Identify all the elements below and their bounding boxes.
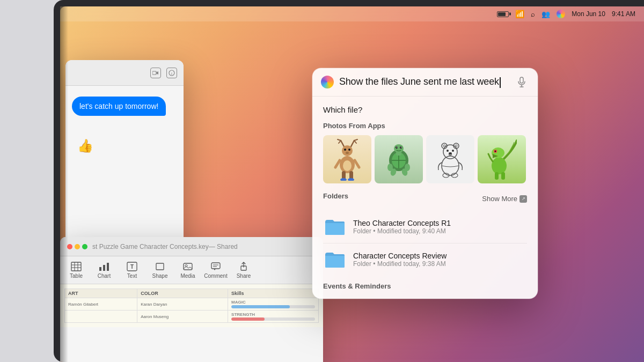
- photos-section: Photos From Apps: [323, 122, 527, 183]
- spotlight-input[interactable]: Show the files June sent me last week: [339, 76, 509, 87]
- svg-rect-74: [501, 172, 505, 180]
- keynote-tool-media[interactable]: Media: [174, 257, 202, 283]
- keynote-table: ART COLOR Skills Ramón Gilabert Karan Da…: [64, 289, 319, 323]
- photos-section-label: Photos From Apps: [323, 122, 527, 130]
- svg-rect-11: [99, 267, 101, 271]
- keynote-tool-comment[interactable]: Comment: [202, 257, 230, 283]
- battery-icon: [497, 11, 509, 17]
- spotlight-search-bar[interactable]: Show the files June sent me last week: [312, 68, 538, 97]
- svg-point-69: [492, 157, 507, 174]
- svg-point-5: [82, 244, 87, 249]
- svg-point-63: [455, 145, 457, 147]
- events-section-label: Events & Reminders: [323, 282, 527, 290]
- spotlight-results: Which file? Photos From Apps: [312, 97, 538, 299]
- thumbs-up-reaction: 👍: [77, 138, 177, 153]
- keynote-tool-share[interactable]: Share: [230, 257, 258, 283]
- folder-info-2: Character Concepts Review Folder • Modif…: [353, 252, 527, 268]
- svg-point-65: [452, 150, 454, 152]
- table-cell-magic: MAGIC: [228, 298, 319, 311]
- folder-meta-2: Folder • Modified today, 9:38 AM: [353, 260, 527, 268]
- messages-toolbar: i: [65, 60, 184, 86]
- svg-point-37: [343, 160, 352, 171]
- keynote-tool-chart[interactable]: Chart: [90, 257, 118, 283]
- folder-icon-2: [323, 248, 347, 271]
- photo-thumb-deer[interactable]: [323, 135, 371, 183]
- microphone-icon[interactable]: [514, 75, 529, 90]
- keynote-tool-text[interactable]: T Text: [118, 257, 146, 283]
- photo-thumb-bear[interactable]: [426, 135, 474, 183]
- svg-rect-13: [107, 263, 109, 271]
- svg-line-28: [338, 139, 341, 141]
- svg-point-42: [340, 178, 347, 181]
- keynote-titlebar: st Puzzle Game Character Concepts.key— S…: [60, 237, 323, 256]
- svg-point-3: [67, 244, 72, 249]
- menu-bar-time: 9:41 AM: [612, 10, 635, 18]
- search-icon[interactable]: ⌕: [531, 10, 535, 18]
- folder-svg-1: [324, 218, 346, 236]
- keynote-toolbar: Table Chart T Text Shape Media: [60, 256, 323, 284]
- folder-item-1[interactable]: Theo Character Concepts R1 Folder • Modi…: [323, 211, 527, 243]
- share-icon: [239, 262, 248, 271]
- svg-line-38: [335, 160, 340, 167]
- folders-header: Folders Show More ↗: [323, 192, 527, 205]
- show-more-link[interactable]: Show More ↗: [482, 195, 527, 203]
- table-cell-color2: Aaron Museng: [137, 311, 228, 323]
- shape-icon: [155, 262, 165, 271]
- folders-section: Folders Show More ↗: [323, 192, 527, 276]
- keynote-window: st Puzzle Game Character Concepts.key— S…: [60, 237, 323, 362]
- svg-rect-19: [211, 263, 220, 269]
- video-icon[interactable]: [150, 68, 161, 78]
- keynote-tool-table[interactable]: Table: [62, 257, 90, 283]
- svg-rect-12: [103, 265, 105, 271]
- photo-thumb-turtle[interactable]: [375, 135, 423, 183]
- svg-point-72: [494, 151, 496, 152]
- macbook-frame: 📶 ⌕ 👥 Mon Jun 10 9:41 AM i let's catch u…: [54, 0, 644, 362]
- svg-point-34: [348, 149, 350, 151]
- show-more-text: Show More: [482, 195, 517, 203]
- table-cell-strength: STRENGTH: [228, 311, 319, 323]
- folder-icon-1: [323, 215, 347, 239]
- spotlight-panel: Show the files June sent me last week Wh…: [312, 68, 538, 299]
- svg-point-35: [346, 152, 349, 154]
- svg-rect-73: [495, 172, 499, 180]
- user-switch-icon[interactable]: 👥: [541, 10, 550, 18]
- siri-menu-icon[interactable]: [557, 10, 565, 18]
- spotlight-query-text: Show the files June sent me last week: [339, 76, 499, 87]
- svg-text:T: T: [130, 264, 134, 270]
- svg-point-64: [447, 150, 449, 152]
- table-cell-artist2: [65, 311, 137, 323]
- svg-point-52: [400, 147, 401, 148]
- which-file-label: Which file?: [323, 105, 527, 114]
- media-icon: [182, 262, 193, 271]
- keynote-title: st Puzzle Game Character Concepts.key— S…: [92, 243, 317, 250]
- keynote-content: ART COLOR Skills Ramón Gilabert Karan Da…: [60, 284, 323, 327]
- keynote-tool-shape[interactable]: Shape: [146, 257, 174, 283]
- svg-line-31: [354, 139, 357, 141]
- svg-point-4: [75, 244, 80, 249]
- text-tool-icon: T: [127, 262, 137, 271]
- svg-point-59: [443, 145, 457, 159]
- screen: 📶 ⌕ 👥 Mon Jun 10 9:41 AM i let's catch u…: [60, 6, 644, 362]
- svg-text:i: i: [171, 71, 172, 76]
- folder-info-1: Theo Character Concepts R1 Folder • Modi…: [353, 219, 527, 235]
- svg-rect-0: [152, 71, 156, 75]
- folders-section-label: Folders: [323, 192, 348, 200]
- info-icon[interactable]: i: [166, 68, 177, 78]
- svg-point-51: [396, 147, 397, 148]
- siri-icon: [321, 76, 334, 88]
- svg-point-62: [443, 145, 445, 147]
- chart-icon: [99, 262, 109, 271]
- photo-thumb-lizard[interactable]: [478, 135, 526, 183]
- svg-line-39: [355, 160, 359, 167]
- lizard-character-svg: [487, 138, 517, 181]
- svg-rect-17: [184, 263, 192, 270]
- svg-point-43: [348, 178, 354, 181]
- table-cell-color1: Karan Daryan: [137, 298, 228, 311]
- menu-bar-date: Mon Jun 10: [572, 10, 605, 18]
- folder-name-1: Theo Character Concepts R1: [353, 219, 527, 227]
- folder-name-2: Character Concepts Review: [353, 252, 527, 260]
- photos-grid: [323, 135, 527, 183]
- folder-item-2[interactable]: Character Concepts Review Folder • Modif…: [323, 243, 527, 276]
- comment-icon: [210, 262, 221, 271]
- show-more-arrow-icon: ↗: [519, 195, 527, 203]
